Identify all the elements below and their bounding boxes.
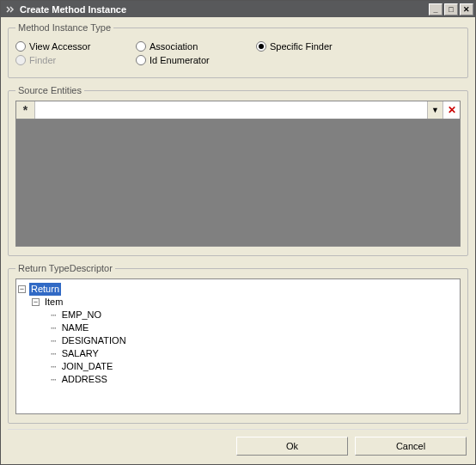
tree-node-field[interactable]: ⋯NAME: [18, 321, 458, 334]
titlebar: Create Method Instance _ □ ✕: [1, 1, 475, 17]
app-icon: [4, 3, 16, 15]
tree-label-field[interactable]: SALARY: [60, 347, 101, 360]
dialog-content: Method Instance Type View Accessor Assoc…: [1, 17, 475, 464]
button-bar: Ok Cancel: [8, 429, 468, 457]
window-title: Create Method Instance: [20, 4, 427, 15]
radio-label: Association: [150, 41, 198, 52]
radio-icon: [256, 41, 266, 52]
source-entity-dropdown-button[interactable]: ▼: [427, 101, 442, 119]
method-type-legend: Method Instance Type: [15, 22, 113, 33]
tree-label-item[interactable]: Item: [43, 296, 64, 309]
tree-node-field[interactable]: ⋯SALARY: [18, 347, 458, 360]
tree-branch-icon: ⋯: [51, 309, 56, 321]
radio-association[interactable]: Association: [136, 41, 256, 52]
ok-button[interactable]: Ok: [236, 437, 348, 456]
return-type-group: Return TypeDescriptor − Return − Item ⋯E…: [8, 263, 468, 424]
radio-icon: [15, 41, 26, 52]
source-entities-area: * ▼ ✕: [15, 101, 461, 247]
tree-node-field[interactable]: ⋯ADDRESS: [18, 373, 458, 386]
radio-id-enumerator[interactable]: Id Enumerator: [136, 55, 256, 65]
tree-node-field[interactable]: ⋯JOIN_DATE: [18, 360, 458, 373]
radio-label: Id Enumerator: [150, 55, 210, 65]
radio-label: Finder: [29, 55, 56, 65]
tree-branch-icon: ⋯: [51, 360, 56, 373]
collapse-icon[interactable]: −: [32, 298, 40, 306]
return-type-legend: Return TypeDescriptor: [15, 263, 115, 273]
source-entities-legend: Source Entities: [15, 85, 84, 95]
new-row-indicator-icon: *: [16, 101, 35, 119]
minimize-button[interactable]: _: [429, 3, 442, 15]
maximize-button[interactable]: □: [444, 3, 458, 15]
source-entity-input[interactable]: [35, 101, 427, 119]
radio-row-1: View Accessor Association Specific Finde…: [15, 41, 461, 52]
source-entities-row: * ▼ ✕: [15, 101, 461, 119]
source-entities-group: Source Entities * ▼ ✕: [8, 85, 468, 256]
delete-icon: ✕: [448, 104, 456, 116]
source-entities-body: [15, 119, 461, 247]
radio-icon: [15, 55, 26, 65]
window-controls: _ □ ✕: [427, 3, 473, 15]
radio-icon: [136, 55, 146, 65]
radio-finder: Finder: [15, 55, 136, 65]
tree-branch-icon: ⋯: [51, 347, 56, 360]
tree-label-field[interactable]: EMP_NO: [60, 309, 103, 321]
collapse-icon[interactable]: −: [18, 285, 26, 293]
radio-specific-finder[interactable]: Specific Finder: [256, 41, 376, 52]
tree-label-return[interactable]: Return: [29, 283, 61, 296]
return-type-tree[interactable]: − Return − Item ⋯EMP_NO⋯NAME⋯DESIGNATION…: [15, 278, 461, 414]
tree-node-field[interactable]: ⋯EMP_NO: [18, 309, 458, 321]
chevron-down-icon: ▼: [431, 106, 439, 114]
tree-branch-icon: ⋯: [51, 334, 56, 347]
delete-entity-button[interactable]: ✕: [442, 101, 460, 119]
close-button[interactable]: ✕: [460, 3, 473, 15]
tree-branch-icon: ⋯: [51, 373, 56, 386]
tree-branch-icon: ⋯: [51, 321, 56, 334]
cancel-button[interactable]: Cancel: [355, 437, 467, 456]
radio-view-accessor[interactable]: View Accessor: [15, 41, 136, 52]
tree-label-field[interactable]: JOIN_DATE: [60, 360, 115, 373]
radio-icon: [136, 41, 146, 52]
method-instance-type-group: Method Instance Type View Accessor Assoc…: [8, 22, 468, 78]
tree-label-field[interactable]: DESIGNATION: [60, 334, 128, 347]
tree-node-return[interactable]: − Return: [18, 283, 458, 296]
tree-node-item[interactable]: − Item: [18, 296, 458, 309]
tree-label-field[interactable]: NAME: [60, 321, 91, 334]
tree-node-field[interactable]: ⋯DESIGNATION: [18, 334, 458, 347]
tree-label-field[interactable]: ADDRESS: [60, 373, 109, 386]
radio-label: Specific Finder: [270, 41, 333, 52]
radio-row-2: Finder Id Enumerator: [15, 55, 461, 65]
radio-label: View Accessor: [29, 41, 90, 52]
dialog-window: Create Method Instance _ □ ✕ Method Inst…: [0, 0, 476, 465]
